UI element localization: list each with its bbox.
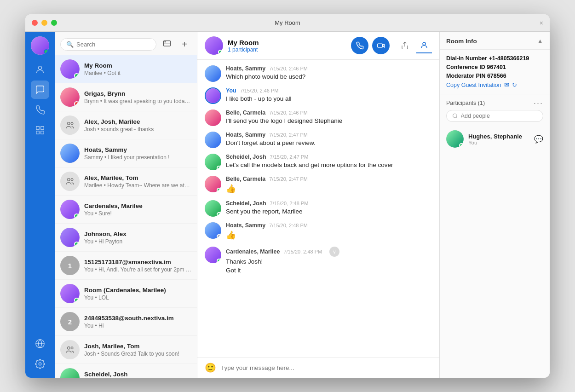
message-sender-line: Belle, Carmela 7/15/20, 2:47 PM xyxy=(226,176,432,182)
copy-invite-button[interactable]: Copy Guest Invitation ✉ ↻ xyxy=(446,81,543,88)
list-item[interactable]: Alex, Josh, Marilee Josh • sounds great~… xyxy=(55,111,197,139)
list-item[interactable]: 1 15125173187@smsnextiva.im You • Hi, An… xyxy=(55,252,197,280)
list-item[interactable]: Alex, Marilee, Tom Marilee • Howdy Team~… xyxy=(55,167,197,196)
sidebar-item-grid[interactable] xyxy=(31,121,49,139)
compose-button[interactable]: + xyxy=(178,37,191,51)
emoji-button[interactable]: 🙂 xyxy=(205,362,216,373)
status-dot xyxy=(74,298,79,303)
svg-point-10 xyxy=(165,41,166,42)
message-sender-line: You 7/15/20, 2:46 PM xyxy=(226,87,432,94)
list-item[interactable]: Cardenales, Marilee You • Sure! xyxy=(55,196,197,224)
add-people-box[interactable] xyxy=(446,110,543,122)
conv-name: 15125173187@smsnextiva.im xyxy=(84,259,191,265)
dial-in-row: Dial-in Number +1-4805366219 xyxy=(446,55,543,62)
participant-item: Hughes, Stephanie You 💬 xyxy=(440,127,550,151)
moderator-pin-row: Moderator PIN 678566 xyxy=(446,73,543,79)
conv-info: Cardenales, Marilee You • Sure! xyxy=(84,202,191,217)
list-item[interactable]: Hoats, Sammy Sammy • I liked your presen… xyxy=(55,139,197,167)
conv-preview: You • Hi xyxy=(84,323,191,329)
conference-id-value: 967401 xyxy=(487,64,506,70)
conv-name: Scheidel, Josh xyxy=(84,371,191,378)
message-group: Belle, Carmela 7/15/20, 2:46 PM I'll sen… xyxy=(205,110,432,126)
message-content: Belle, Carmela 7/15/20, 2:46 PM I'll sen… xyxy=(226,110,432,126)
user-status-badge xyxy=(44,49,49,54)
search-icon: 🔍 xyxy=(66,41,74,48)
message-input[interactable] xyxy=(221,364,432,371)
search-input[interactable] xyxy=(76,41,150,48)
conv-avatar xyxy=(60,115,80,135)
share-button[interactable] xyxy=(397,38,413,53)
message-sender: Hoats, Sammy xyxy=(226,132,265,138)
close-button[interactable] xyxy=(32,20,38,26)
conv-name: Johnson, Alex xyxy=(84,231,191,237)
refresh-icon: ↻ xyxy=(512,81,517,88)
message-avatar xyxy=(205,154,221,170)
list-item[interactable]: Room (Cardenales, Marilee) You • LOL xyxy=(55,280,197,308)
message-sender-line: Cardenales, Marilee 7/15/20, 2:48 PM ∨ xyxy=(226,247,432,257)
message-text: 👍 xyxy=(226,183,432,195)
list-item[interactable]: 2 2484953538@south.nextiva.im You • Hi xyxy=(55,308,197,336)
conv-name: Cardenales, Marilee xyxy=(84,202,191,209)
conv-info: My Room Marilee • Got it xyxy=(84,62,191,76)
conv-name: Josh, Marilee, Tom xyxy=(84,343,191,350)
conv-preview: You • Hi Payton xyxy=(84,238,191,245)
maximize-button[interactable] xyxy=(51,20,57,26)
message-text: Sent you the report, Marilee xyxy=(226,208,432,216)
participant-chat-button[interactable]: 💬 xyxy=(534,135,543,144)
new-direct-message-button[interactable] xyxy=(160,37,174,51)
participants-more-button[interactable]: ··· xyxy=(534,99,543,107)
status-dot xyxy=(217,166,221,170)
room-info-header: Room Info ▲ xyxy=(440,32,550,50)
participants-label: Participants (1) xyxy=(446,100,485,106)
video-call-button[interactable] xyxy=(372,37,390,54)
sidebar-item-contacts[interactable] xyxy=(31,60,49,79)
expand-message-button[interactable]: ∨ xyxy=(329,247,339,257)
dial-in-label: Dial-in Number xyxy=(446,55,487,62)
collapse-panel-button[interactable]: ▲ xyxy=(537,37,543,45)
message-sender: Hoats, Sammy xyxy=(226,222,265,229)
sidebar-item-chat[interactable] xyxy=(31,81,49,99)
sidebar-item-globe[interactable] xyxy=(31,334,49,353)
message-group: You 7/15/20, 2:46 PM I like both - up to… xyxy=(205,87,432,104)
window-close-icon[interactable]: × xyxy=(540,19,543,27)
list-item[interactable]: My Room Marilee • Got it xyxy=(55,55,197,83)
conv-info: Scheidel, Josh You • Hi Blake! xyxy=(84,371,191,378)
conversation-items: My Room Marilee • Got it Grigas, Brynn B… xyxy=(55,55,197,378)
message-text: Let's call the models back and get more … xyxy=(226,161,432,170)
message-group: Hoats, Sammy 7/15/20, 2:46 PM Which phot… xyxy=(205,65,432,82)
message-group: Cardenales, Marilee 7/15/20, 2:48 PM ∨ T… xyxy=(205,247,432,275)
list-item[interactable]: Grigas, Brynn Brynn • It was great speak… xyxy=(55,83,197,111)
search-box[interactable]: 🔍 xyxy=(60,38,156,51)
sidebar-item-phone[interactable] xyxy=(31,101,49,119)
list-item[interactable]: Josh, Marilee, Tom Josh • Sounds Great! … xyxy=(55,336,197,364)
message-time: 7/15/20, 2:48 PM xyxy=(269,223,308,228)
conv-avatar xyxy=(60,368,80,378)
status-dot xyxy=(74,242,79,247)
conv-avatar xyxy=(60,172,80,191)
participant-info: Hughes, Stephanie You xyxy=(468,133,529,145)
conv-preview: You • LOL xyxy=(84,294,191,301)
sidebar-item-settings[interactable] xyxy=(31,355,49,373)
conv-preview: Brynn • It was great speaking to you tod… xyxy=(84,98,191,104)
conv-info: Johnson, Alex You • Hi Payton xyxy=(84,231,191,245)
message-content: Belle, Carmela 7/15/20, 2:47 PM 👍 xyxy=(226,176,432,195)
message-group: Hoats, Sammy 7/15/20, 2:48 PM 👍 xyxy=(205,222,432,241)
traffic-lights xyxy=(32,20,57,26)
list-item[interactable]: Scheidel, Josh You • Hi Blake! xyxy=(55,364,197,378)
message-avatar xyxy=(205,222,221,239)
message-text: I'll send you the logo I designed Stepha… xyxy=(226,117,432,126)
minimize-button[interactable] xyxy=(41,20,47,26)
window-title: My Room xyxy=(275,19,300,26)
participants-panel-button[interactable] xyxy=(416,38,432,53)
conv-avatar xyxy=(60,59,80,79)
audio-call-button[interactable] xyxy=(351,37,368,54)
message-avatar xyxy=(205,200,221,217)
chat-header-status xyxy=(218,50,223,54)
conv-preview: You • Hi, Andi. You're all set for your … xyxy=(84,266,191,273)
message-group: Scheidel, Josh 7/15/20, 2:47 PM Let's ca… xyxy=(205,154,432,170)
svg-rect-4 xyxy=(41,131,44,134)
conference-id-label: Conference ID xyxy=(446,64,485,70)
add-people-input[interactable] xyxy=(461,113,537,119)
message-avatar xyxy=(205,247,221,263)
list-item[interactable]: Johnson, Alex You • Hi Payton xyxy=(55,224,197,252)
